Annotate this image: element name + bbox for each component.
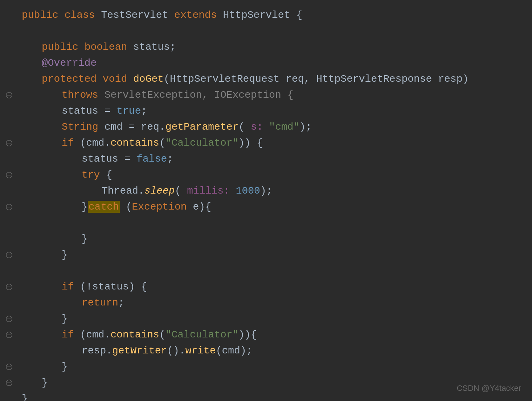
token: Exception: [132, 201, 193, 212]
token: HttpServletResponse: [316, 73, 438, 85]
token: Thread.: [102, 185, 144, 197]
code-line: [0, 263, 532, 279]
code-line: @Override: [0, 55, 532, 71]
token: (: [238, 121, 251, 133]
fold-icon[interactable]: [4, 283, 15, 291]
token: String: [62, 121, 105, 133]
token: }: [82, 201, 88, 212]
code-line: if (!status) {: [0, 279, 532, 295]
token: protected: [42, 73, 103, 85]
code-line: }: [0, 391, 532, 401]
token: if: [62, 329, 80, 340]
token: ().: [167, 345, 185, 356]
token: public: [22, 9, 65, 21]
token: }: [62, 361, 68, 372]
watermark: CSDN @Y4tacker: [457, 382, 521, 394]
token: ;: [118, 297, 124, 308]
code-line: try {: [0, 167, 532, 183]
token: =: [105, 105, 117, 117]
token: contains: [110, 329, 159, 340]
fold-icon[interactable]: [4, 363, 15, 370]
token: status;: [133, 41, 176, 53]
code-text: try {: [22, 167, 112, 183]
fold-icon[interactable]: [4, 171, 15, 179]
code-text: public class TestServlet extends HttpSer…: [22, 7, 302, 23]
fold-icon[interactable]: [4, 92, 15, 99]
token: resp): [438, 73, 468, 85]
token: status: [62, 105, 105, 117]
token: TestServlet: [101, 9, 174, 21]
token: getParameter: [165, 121, 239, 133]
token: 1000: [236, 185, 260, 197]
code-line: if (cmd.contains("Calculator")) {: [0, 135, 532, 151]
token: (cmd.: [80, 137, 110, 149]
token: if: [62, 281, 80, 292]
fold-icon[interactable]: [4, 315, 15, 323]
token: }: [22, 393, 28, 401]
code-text: }: [22, 375, 48, 390]
token: public: [42, 41, 85, 53]
code-text: }catch (Exception e){: [22, 199, 211, 215]
token: );: [260, 185, 273, 197]
token: ServletException, IOException {: [105, 89, 294, 101]
token: resp.: [82, 345, 112, 356]
code-text: if (cmd.contains("Calculator")) {: [22, 135, 263, 151]
code-line: status = false;: [0, 151, 532, 167]
code-line: }: [0, 247, 532, 263]
token: sleep: [144, 185, 175, 197]
code-text: throws ServletException, IOException {: [22, 87, 294, 103]
token: status: [82, 153, 124, 165]
token: HttpServletRequest: [170, 73, 286, 85]
token: contains: [110, 137, 159, 149]
code-line: resp.getWriter().write(cmd);: [0, 343, 532, 359]
token: class: [65, 9, 101, 21]
catch-keyword: catch: [88, 201, 120, 213]
code-text: return;: [22, 295, 124, 311]
token: e){: [193, 201, 211, 212]
token: getWriter: [112, 345, 167, 356]
token: doGet: [133, 73, 164, 85]
code-text: }: [22, 359, 68, 374]
token: (cmd);: [216, 345, 253, 356]
token: ;: [141, 105, 147, 117]
code-line: }: [0, 231, 532, 247]
token: (!status) {: [80, 281, 147, 292]
token: )) {: [238, 137, 263, 149]
token: "Calculator": [165, 329, 239, 340]
token: (cmd.: [80, 329, 110, 340]
fold-icon[interactable]: [4, 203, 15, 211]
token: true: [116, 105, 141, 117]
code-text: @Override: [22, 55, 97, 71]
code-line: throws ServletException, IOException {: [0, 87, 532, 103]
token: "cmd": [269, 121, 299, 133]
fold-icon[interactable]: [4, 331, 15, 339]
code-text: status = true;: [22, 103, 147, 119]
code-line: }: [0, 311, 532, 327]
token: (: [159, 137, 165, 149]
code-text: resp.getWriter().write(cmd);: [22, 343, 253, 359]
token: write: [185, 345, 216, 356]
fold-icon[interactable]: [4, 379, 15, 386]
token: (: [164, 73, 170, 85]
token: =: [124, 153, 137, 165]
token: {: [106, 169, 112, 181]
fold-icon[interactable]: [4, 139, 15, 147]
code-line: }: [0, 375, 532, 391]
token: s:: [251, 121, 263, 133]
token: HttpServlet {: [223, 9, 302, 21]
token: (: [159, 329, 165, 340]
code-line: status = true;: [0, 103, 532, 119]
token: throws: [62, 89, 105, 101]
code-line: public boolean status;: [0, 39, 532, 55]
token: if: [62, 137, 80, 149]
code-text: public boolean status;: [22, 39, 176, 55]
token: req,: [286, 73, 316, 85]
token: false: [136, 153, 167, 165]
code-line: }: [0, 359, 532, 375]
token: ;: [167, 153, 173, 165]
fold-icon[interactable]: [4, 251, 15, 259]
token: boolean: [85, 41, 133, 53]
token: extends: [174, 9, 223, 21]
code-line: [0, 23, 532, 39]
token: }: [62, 249, 68, 260]
